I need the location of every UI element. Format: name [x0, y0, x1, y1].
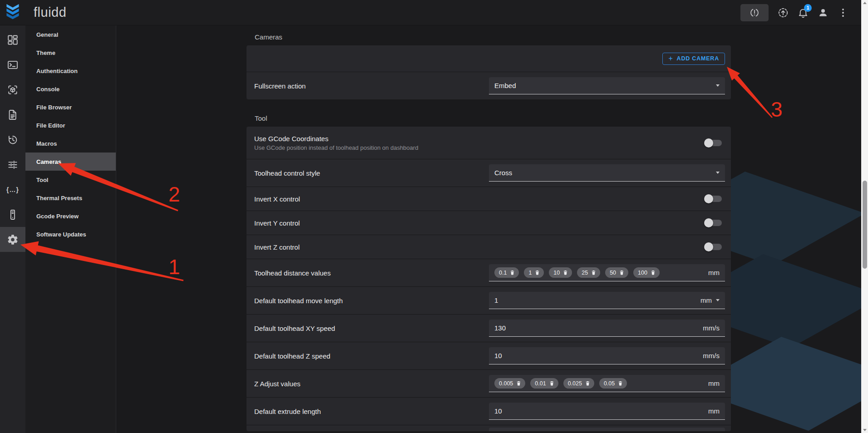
- rail-item-gcode-preview[interactable]: [0, 77, 25, 102]
- value-chip[interactable]: 0.01: [530, 378, 558, 389]
- console-icon: [7, 59, 19, 71]
- toggle-invert-y-control[interactable]: [705, 220, 722, 226]
- input-default-extrude-length[interactable]: 10mm: [489, 403, 725, 420]
- system-icon: [7, 209, 19, 221]
- delete-icon[interactable]: [585, 380, 591, 386]
- scrollbar-thumb[interactable]: [863, 181, 867, 269]
- menu-item-tool[interactable]: Tool: [25, 171, 116, 189]
- settings-icon: [7, 234, 19, 246]
- setting-label: Default toolhead XY speed: [254, 325, 489, 332]
- row-default-toolhead-xy-speed: Default toolhead XY speed130mm/s: [247, 314, 731, 342]
- add-camera-button[interactable]: +ADD CAMERA: [662, 53, 725, 65]
- toggle-use-gcode-coordinates[interactable]: [705, 140, 722, 146]
- value-chip[interactable]: 1: [524, 267, 544, 278]
- settings-panel: Cameras+ADD CAMERAFullscreen actionEmbed…: [247, 33, 731, 431]
- value-chip[interactable]: 0.05: [599, 378, 627, 389]
- select-fullscreen-action[interactable]: Embed: [489, 77, 725, 94]
- value-chip[interactable]: 0.025: [563, 378, 594, 389]
- setting-sublabel: Use GCode position instead of toolhead p…: [254, 144, 705, 151]
- nav-rail: {…}: [0, 25, 25, 433]
- menu-item-macros[interactable]: Macros: [25, 134, 116, 153]
- delete-icon[interactable]: [619, 270, 625, 276]
- chevron-down-icon: [716, 299, 720, 301]
- menu-item-general[interactable]: General: [25, 25, 116, 44]
- fluidd-logo[interactable]: [0, 0, 25, 25]
- unit-suffix: mm: [708, 269, 720, 276]
- input-default-toolhead-z-speed[interactable]: 10mm/s: [489, 347, 725, 364]
- delete-icon[interactable]: [591, 270, 597, 276]
- menu-item-theme[interactable]: Theme: [25, 44, 116, 62]
- rail-item-system[interactable]: [0, 202, 25, 227]
- row-invert-y-control: Invert Y control: [247, 211, 731, 235]
- chip-value: 0.025: [568, 380, 582, 387]
- menu-item-file-browser[interactable]: File Browser: [25, 98, 116, 116]
- setting-label: Default toolhead Z speed: [254, 352, 489, 360]
- input-value: 10: [494, 352, 502, 359]
- rail-item-history[interactable]: [0, 127, 25, 152]
- topbar-actions: 1: [740, 3, 861, 23]
- update-status-button[interactable]: [773, 3, 793, 23]
- input-default-toolhead-xy-speed[interactable]: 130mm/s: [489, 320, 725, 337]
- menu-item-thermal-presets[interactable]: Thermal Presets: [25, 189, 116, 207]
- value-chip[interactable]: 25: [577, 267, 600, 278]
- dashboard-icon: [7, 34, 19, 46]
- overflow-menu-button[interactable]: [833, 3, 853, 23]
- value-chip[interactable]: 0.1: [494, 267, 519, 278]
- rail-item-jobs[interactable]: [0, 102, 25, 127]
- settings-input[interactable]: [489, 428, 725, 431]
- row-z-adjust-values: Z Adjust values0.0050.010.0250.05mm: [247, 369, 731, 397]
- delete-icon[interactable]: [534, 270, 540, 276]
- menu-item-console[interactable]: Console: [25, 80, 116, 98]
- settings-menu: GeneralThemeAuthenticationConsoleFile Br…: [25, 25, 116, 433]
- scrollbar[interactable]: [861, 0, 868, 433]
- unit-suffix: mm: [708, 379, 720, 387]
- delete-icon[interactable]: [562, 270, 568, 276]
- input-value: 1: [494, 296, 498, 304]
- select-toolhead-control-style[interactable]: Cross: [489, 164, 725, 182]
- rail-item-dashboard[interactable]: [0, 27, 25, 52]
- setting-label: Invert Z control: [254, 243, 705, 251]
- menu-item-cameras[interactable]: Cameras: [25, 153, 116, 171]
- menu-item-authentication[interactable]: Authentication: [25, 62, 116, 80]
- delete-icon[interactable]: [516, 380, 522, 386]
- notification-badge: 1: [804, 4, 812, 12]
- notifications-button[interactable]: 1: [793, 3, 813, 23]
- unit-suffix: mm/s: [703, 352, 720, 359]
- rail-item-settings[interactable]: [0, 227, 25, 252]
- delete-icon[interactable]: [617, 380, 623, 386]
- value-chip[interactable]: 10: [549, 267, 572, 278]
- scroll-up-arrow-icon[interactable]: [863, 2, 867, 4]
- menu-item-gcode-preview[interactable]: Gcode Preview: [25, 207, 116, 225]
- select-value: Embed: [494, 82, 516, 89]
- menu-item-file-editor[interactable]: File Editor: [25, 116, 116, 134]
- row-toolhead-control-style: Toolhead control styleCross: [247, 159, 731, 187]
- select-value: Cross: [494, 169, 512, 177]
- app-title: fluidd: [34, 5, 66, 20]
- row-use-gcode-coordinates: Use GCode CoordinatesUse GCode position …: [247, 127, 731, 159]
- scroll-down-arrow-icon[interactable]: [863, 429, 867, 431]
- menu-item-software-updates[interactable]: Software Updates: [25, 225, 116, 243]
- account-button[interactable]: [813, 3, 833, 23]
- value-chip[interactable]: 50: [605, 267, 628, 278]
- rail-item-configure[interactable]: {…}: [0, 177, 25, 202]
- value-chip[interactable]: 0.005: [494, 378, 525, 389]
- rail-item-tune[interactable]: [0, 152, 25, 177]
- emergency-stop-button[interactable]: [740, 4, 769, 21]
- toggle-invert-x-control[interactable]: [705, 196, 722, 202]
- input-default-toolhead-move-length[interactable]: 1mm: [489, 292, 725, 309]
- delete-icon[interactable]: [549, 380, 555, 386]
- delete-icon[interactable]: [650, 270, 656, 276]
- fluidd-settings-page: fluidd 1 {…} GeneralThemeAuthenticationC…: [0, 0, 868, 433]
- value-chip[interactable]: 100: [633, 267, 660, 278]
- setting-label: Default toolhead move length: [254, 297, 489, 305]
- unit-suffix: mm: [708, 407, 720, 415]
- setting-label: Invert X control: [254, 195, 705, 203]
- emergency-stop-icon: [749, 7, 760, 19]
- rail-item-console[interactable]: [0, 52, 25, 77]
- add-camera-label: ADD CAMERA: [677, 55, 719, 62]
- row-default-toolhead-z-speed: Default toolhead Z speed10mm/s: [247, 342, 731, 369]
- setting-label: Default extrude length: [254, 408, 489, 415]
- delete-icon[interactable]: [509, 270, 515, 276]
- setting-label: Fullscreen action: [254, 82, 489, 90]
- toggle-invert-z-control[interactable]: [705, 244, 722, 250]
